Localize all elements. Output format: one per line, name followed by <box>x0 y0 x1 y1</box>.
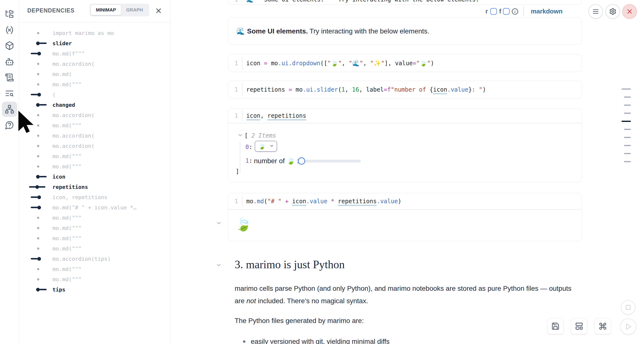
sidebar-item-variables[interactable] <box>2 23 17 38</box>
cell-marker-icon <box>19 151 52 161</box>
minimap-item-label: icon <box>52 174 66 180</box>
view-switcher: MINIMAP GRAPH <box>90 4 149 16</box>
slider-thumb[interactable] <box>298 157 305 165</box>
shutdown-button[interactable] <box>622 4 637 19</box>
editor-output-divider <box>228 123 582 123</box>
info-icon[interactable] <box>512 8 518 16</box>
paragraph-line: marimo cells parse Python (and only Pyth… <box>235 285 571 292</box>
minimap-item[interactable]: mo.md( <box>19 69 170 79</box>
minimap-item[interactable]: icon <box>19 171 170 182</box>
keyboard-shortcuts-button[interactable] <box>594 318 611 334</box>
sidebar-item-files[interactable] <box>2 6 17 22</box>
paragraph-line: are not included. There’s no magical syn… <box>235 297 368 305</box>
minimap-item[interactable]: ( <box>19 89 170 100</box>
minimap-item[interactable]: mo.md(""" <box>19 213 170 223</box>
minimap-item[interactable]: repetitions <box>19 182 170 192</box>
dropdown-widget[interactable]: 🍃 <box>255 141 277 152</box>
cell-editor[interactable]: 1 mo.md("# " + icon.value * repetitions.… <box>228 193 582 209</box>
cell-tracker-tick[interactable] <box>624 96 631 98</box>
minimap-item[interactable]: mo.accordion( <box>19 141 170 151</box>
f-checkbox-label: f <box>499 8 501 15</box>
minimap-item[interactable]: mo.md(""" <box>19 243 170 254</box>
minimap-item[interactable]: mo.md(f""" <box>19 48 170 59</box>
minimap-item-label: mo.md(""" <box>52 225 82 231</box>
cell-tracker-tick[interactable] <box>624 113 631 114</box>
f-checkbox[interactable] <box>503 8 510 15</box>
save-button[interactable] <box>547 318 564 334</box>
cell-marker-icon <box>19 192 52 202</box>
leaf-emoji-output: 🍃 <box>235 217 252 232</box>
cell-tracker-tick[interactable] <box>624 129 631 130</box>
minimap-item[interactable]: mo.md(""" <box>19 79 170 89</box>
collapse-output-button[interactable] <box>216 220 222 227</box>
stop-button[interactable] <box>621 300 636 315</box>
minimap-item[interactable]: changed <box>19 100 170 110</box>
cell-marker-icon <box>19 28 52 38</box>
cell-marker-icon <box>19 202 52 213</box>
cell-tracker-tick[interactable] <box>624 137 631 138</box>
minimap-item[interactable]: slider <box>19 38 170 48</box>
sidebar-item-packages[interactable] <box>2 38 17 53</box>
minimap-item[interactable]: import marimo as mo <box>19 28 170 38</box>
code-line[interactable]: 🌊 **Some UI elements.** Try interacting … <box>242 0 479 3</box>
settings-button[interactable] <box>606 4 620 19</box>
minimap-item[interactable]: tips <box>19 284 170 295</box>
r-checkbox[interactable] <box>490 8 497 15</box>
minimap-item[interactable]: mo.md(""" <box>19 151 170 161</box>
sidebar-item-ai-assistant[interactable] <box>2 54 17 69</box>
slider-label: number of 🍃 : <box>254 157 299 165</box>
minimap-item[interactable]: mo.md(""" <box>19 161 170 171</box>
package-icon <box>5 41 14 50</box>
minimap-item-label: slider <box>52 40 72 46</box>
minimap-item[interactable]: mo.md(""" <box>19 223 170 233</box>
minimap-item[interactable]: mo.md("# " + icon.value *… <box>19 202 170 213</box>
sidebar-item-snippets[interactable] <box>2 86 17 101</box>
tab-minimap[interactable]: MINIMAP <box>91 5 121 15</box>
minimap-item[interactable]: mo.accordion( <box>19 110 170 120</box>
minimap-item[interactable]: mo.md(""" <box>19 233 170 243</box>
notebook-menu-button[interactable] <box>588 4 603 19</box>
cell-tracker-tick[interactable] <box>624 105 631 106</box>
minimap-item[interactable]: mo.md(""" <box>19 120 170 130</box>
minimap-item[interactable]: mo.md(""" <box>19 264 170 274</box>
r-checkbox-label: r <box>486 8 488 15</box>
minimap-item[interactable]: mo.accordion( <box>19 59 170 69</box>
cell-tracker-tick[interactable] <box>622 88 631 90</box>
minimap-item[interactable]: mo.accordion( <box>19 130 170 141</box>
tab-graph[interactable]: GRAPH <box>121 5 148 15</box>
code-line[interactable]: repetitions = mo.ui.slider(1, 16, label=… <box>242 86 486 93</box>
cell-tracker-tick[interactable] <box>622 121 631 122</box>
code-line[interactable]: icon = mo.ui.dropdown(["🍃", "🌊", "✨"], v… <box>242 60 434 67</box>
variables-icon <box>5 25 14 35</box>
gear-icon <box>609 8 616 15</box>
collapse-array-button[interactable] <box>237 132 244 139</box>
minimap-item-label: mo.accordion( <box>52 61 94 67</box>
layout-button[interactable] <box>571 318 588 334</box>
collapse-section-button[interactable] <box>216 262 222 269</box>
minimap-item[interactable]: mo.md(""" <box>19 274 170 284</box>
cell-tracker-tick[interactable] <box>624 161 631 162</box>
minimap-item-label: import marimo as mo <box>52 30 114 36</box>
code-line[interactable]: icon, repetitions <box>242 112 306 119</box>
cell-tracker-tick[interactable] <box>624 145 631 146</box>
cell-tracker-tick[interactable] <box>624 153 631 154</box>
slider-track[interactable] <box>302 160 361 162</box>
cell-marker-icon <box>19 243 52 254</box>
run-button[interactable] <box>620 318 636 335</box>
minimap-item-label: mo.md(""" <box>52 246 82 252</box>
minimap-item-label: icon, repetitions <box>52 194 107 200</box>
minimap-item[interactable]: icon, repetitions <box>19 192 170 202</box>
code-line[interactable]: mo.md("# " + icon.value * repetitions.va… <box>242 198 402 205</box>
close-panel-button[interactable] <box>155 7 162 15</box>
language-label[interactable]: markdown <box>531 8 562 15</box>
cell-editor[interactable]: 1 icon, repetitions <box>228 108 582 123</box>
code-cell-slider[interactable]: 1 repetitions = mo.ui.slider(1, 16, labe… <box>228 81 582 98</box>
chevron-down-icon <box>216 220 222 226</box>
minimap-item-label: mo.md( <box>52 71 72 77</box>
markdown-cell-editor-clipped[interactable]: 1 🌊 **Some UI elements.** Try interactin… <box>228 0 582 5</box>
cell-marker-icon <box>19 254 52 264</box>
code-cell-dropdown[interactable]: 1 icon = mo.ui.dropdown(["🍃", "🌊", "✨"],… <box>228 54 582 72</box>
array-close-bracket: ] <box>236 168 239 175</box>
sidebar-item-logs[interactable] <box>2 70 17 85</box>
minimap-item[interactable]: mo.accordion(tips) <box>19 254 170 264</box>
